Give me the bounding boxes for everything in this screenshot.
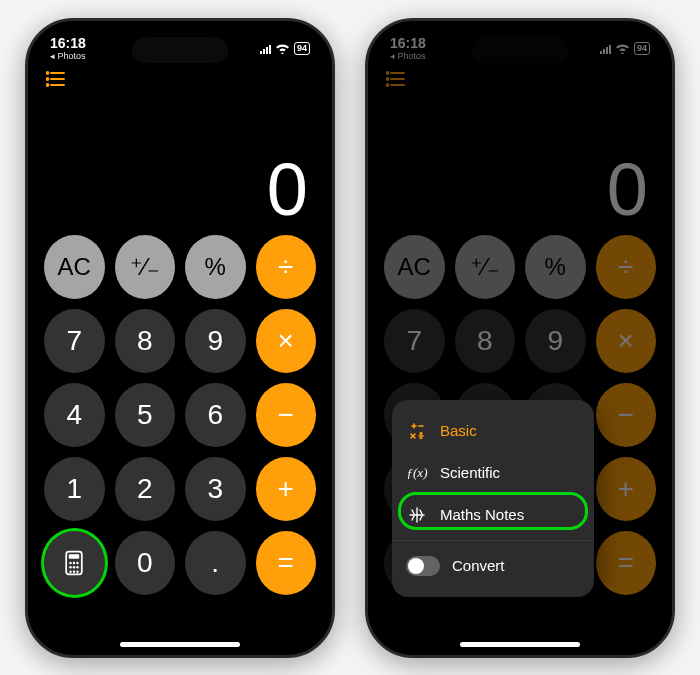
- decimal-button[interactable]: .: [185, 531, 246, 595]
- digit-2[interactable]: 2: [115, 457, 176, 521]
- menu-separator: [392, 540, 594, 541]
- status-right: 94: [260, 42, 310, 55]
- status-time: 16:18: [50, 36, 86, 50]
- mode-label: Convert: [452, 557, 505, 574]
- mode-option-convert[interactable]: Convert: [392, 545, 594, 587]
- mode-option-scientific[interactable]: ƒ(x) Scientific: [392, 452, 594, 494]
- digit-9[interactable]: 9: [185, 309, 246, 373]
- svg-rect-7: [69, 554, 79, 558]
- keypad: AC ⁺∕₋ % ÷ 7 8 9 × 4 5 6 − 1 2 3 + 0 . =: [42, 235, 318, 631]
- svg-point-4: [47, 78, 49, 80]
- mode-label: Basic: [440, 422, 477, 439]
- wifi-icon: [275, 43, 290, 54]
- svg-point-3: [47, 72, 49, 74]
- digit-0[interactable]: 0: [115, 531, 176, 595]
- svg-point-8: [70, 561, 72, 563]
- multiply-button[interactable]: ×: [256, 309, 317, 373]
- svg-point-41: [420, 437, 422, 438]
- iphone-left: 16:18 ◂ Photos 94 0 AC ⁺∕₋ % ÷ 7 8 9 × 4…: [25, 18, 335, 658]
- home-indicator[interactable]: [120, 642, 240, 647]
- calculator-icon: [61, 550, 87, 576]
- svg-point-40: [420, 432, 422, 434]
- equals-button[interactable]: =: [256, 531, 317, 595]
- basic-icon: [406, 423, 428, 439]
- svg-point-16: [77, 570, 79, 572]
- svg-point-9: [73, 561, 75, 563]
- digit-6[interactable]: 6: [185, 383, 246, 447]
- digit-7[interactable]: 7: [44, 309, 105, 373]
- svg-point-10: [77, 561, 79, 563]
- home-indicator[interactable]: [460, 642, 580, 647]
- sign-button[interactable]: ⁺∕₋: [115, 235, 176, 299]
- svg-point-14: [70, 570, 72, 572]
- plus-button[interactable]: +: [256, 457, 317, 521]
- convert-toggle[interactable]: [406, 556, 440, 576]
- app-header: [42, 67, 318, 95]
- iphone-right: 16:18 ◂ Photos 94 0 AC ⁺∕₋ % ÷ 7 8 9 × 4…: [365, 18, 675, 658]
- svg-point-12: [73, 566, 75, 568]
- cellular-icon: [260, 44, 271, 54]
- function-icon: ƒ(x): [406, 465, 428, 481]
- svg-point-13: [77, 566, 79, 568]
- svg-point-5: [47, 84, 49, 86]
- mode-label: Scientific: [440, 464, 500, 481]
- digit-8[interactable]: 8: [115, 309, 176, 373]
- digit-5[interactable]: 5: [115, 383, 176, 447]
- digit-1[interactable]: 1: [44, 457, 105, 521]
- back-to-app[interactable]: ◂ Photos: [50, 52, 86, 61]
- divide-button[interactable]: ÷: [256, 235, 317, 299]
- maths-notes-icon: [406, 507, 428, 523]
- svg-point-15: [73, 570, 75, 572]
- display-value: 0: [267, 153, 308, 227]
- battery-indicator: 94: [294, 42, 310, 55]
- svg-point-11: [70, 566, 72, 568]
- history-icon[interactable]: [46, 69, 66, 92]
- mode-option-maths-notes[interactable]: Maths Notes: [392, 494, 594, 536]
- dynamic-island: [132, 37, 228, 63]
- percent-button[interactable]: %: [185, 235, 246, 299]
- mode-label: Maths Notes: [440, 506, 524, 523]
- minus-button[interactable]: −: [256, 383, 317, 447]
- digit-4[interactable]: 4: [44, 383, 105, 447]
- ac-button[interactable]: AC: [44, 235, 105, 299]
- mode-menu-popup: Basic ƒ(x) Scientific Maths Notes Conver…: [392, 400, 594, 597]
- mode-switch-button[interactable]: [44, 531, 105, 595]
- mode-option-basic[interactable]: Basic: [392, 410, 594, 452]
- display-area: 0: [42, 95, 318, 235]
- digit-3[interactable]: 3: [185, 457, 246, 521]
